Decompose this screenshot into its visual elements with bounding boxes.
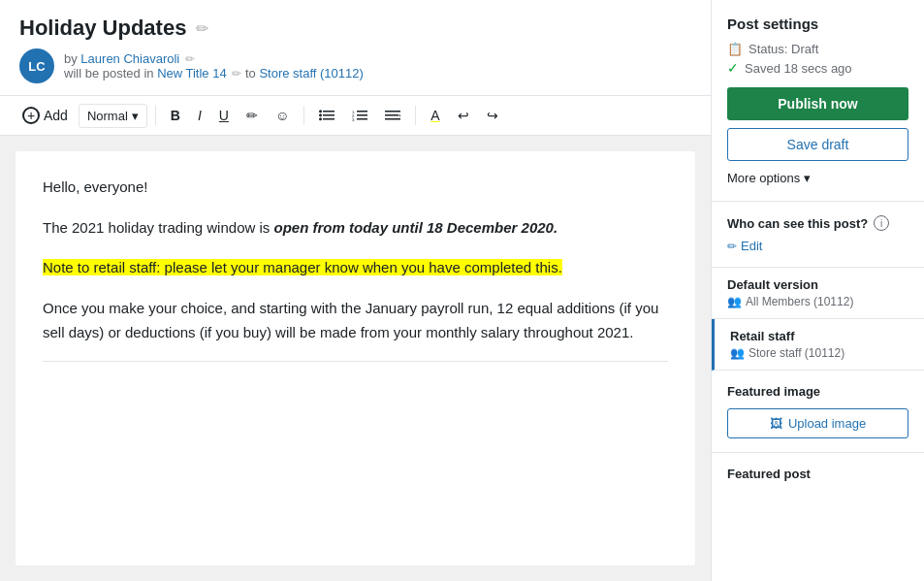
pen-button[interactable]: ✏ [239,103,265,128]
featured-image-section: Featured image 🖼 Upload image [712,371,924,453]
channel-edit-icon[interactable]: ✏ [232,67,241,81]
edit-link[interactable]: ✏ Edit [727,239,908,253]
editor-divider [43,361,668,362]
paragraph-2-prefix: The 2021 holiday trading window is [43,219,273,236]
plus-icon: + [22,107,40,124]
redo-button[interactable]: ↪ [480,103,505,128]
toolbar-divider-2 [303,106,304,125]
featured-post-title: Featured post [727,467,908,481]
toolbar-divider-3 [415,106,416,125]
chevron-down-icon: ▾ [132,109,139,123]
by-label: by [64,51,78,66]
emoji-button[interactable]: ☺ [269,103,296,128]
paragraph-2-bold: open from today until 18 December 2020. [273,219,558,236]
retail-staff-sub: 👥 Store staff (10112) [730,346,908,360]
author-edit-icon[interactable]: ✏ [185,52,195,66]
format-select[interactable]: Normal ▾ [79,104,147,128]
underline-button[interactable]: U [212,103,236,128]
more-options-label: More options [727,171,800,185]
check-icon: ✓ [727,60,739,76]
paragraph-2: The 2021 holiday trading window is open … [43,215,668,241]
upload-image-label: Upload image [788,416,866,431]
status-label: Status: Draft [749,42,818,56]
upload-icon: 🖼 [770,416,782,431]
svg-rect-2 [323,118,335,120]
draft-icon: 📋 [727,42,743,56]
svg-rect-12 [385,111,400,113]
retail-staff-label: Retail staff [730,329,908,343]
ordered-list-button[interactable]: 1. 2. 3. [345,105,374,126]
svg-rect-1 [323,114,335,116]
post-title: Holiday Updates [19,16,186,41]
svg-rect-0 [323,111,335,113]
toolbar-divider-1 [155,106,156,125]
default-version-label: Default version [727,277,908,292]
title-row: Holiday Updates ✏ [19,16,691,41]
editor-toolbar: + Add Normal ▾ B I U ✏ ☺ [0,96,711,136]
featured-image-title: Featured image [727,384,908,399]
svg-rect-14 [385,118,400,120]
audience-name[interactable]: Store staff (10112) [259,66,363,81]
default-version-sub: 👥 All Members (10112) [727,295,908,308]
default-version-block: Default version 👥 All Members (10112) [712,268,924,319]
svg-rect-7 [357,114,367,116]
people-icon-retail: 👥 [730,346,745,360]
format-label: Normal [87,109,128,123]
add-button[interactable]: + Add [16,102,75,129]
who-title: Who can see this post? [727,216,868,231]
who-title-row: Who can see this post? i [727,215,908,231]
editor-content[interactable]: Hello, everyone! The 2021 holiday tradin… [16,151,695,565]
svg-point-5 [319,117,322,120]
svg-point-3 [319,110,322,113]
undo-button[interactable]: ↩ [451,103,476,128]
highlight-button[interactable]: A [424,103,446,128]
paragraph-4: Once you make your choice, and starting … [43,296,668,345]
bold-button[interactable]: B [164,103,187,128]
featured-post-section: Featured post [712,453,924,495]
people-icon: 👥 [727,295,742,308]
channel-name[interactable]: New Title 14 [157,66,227,81]
sidebar: Post settings 📋 Status: Draft ✓ Saved 18… [711,0,924,581]
svg-point-4 [319,113,322,116]
unordered-list-button[interactable] [312,105,341,126]
svg-rect-8 [357,118,367,120]
italic-button[interactable]: I [191,103,208,128]
edit-label: Edit [741,239,762,253]
svg-rect-6 [357,111,367,113]
saved-label: Saved 18 secs ago [745,61,852,76]
who-can-see-section: Who can see this post? i ✏ Edit [712,202,924,268]
status-row: 📋 Status: Draft [727,42,908,56]
to-label: to [245,66,256,81]
paragraph-3: Note to retail staff: please let your ma… [43,255,668,280]
title-edit-icon[interactable]: ✏ [196,19,208,38]
author-info: by Lauren Chiavaroli ✏ will be posted in… [64,51,364,81]
svg-marker-15 [398,115,400,117]
svg-rect-13 [385,114,398,116]
saved-row: ✓ Saved 18 secs ago [727,60,908,76]
title-bar: Holiday Updates ✏ LC by Lauren Chiavarol… [0,0,711,96]
chevron-down-icon: ▾ [804,171,811,185]
paragraph-3-highlight: Note to retail staff: please let your ma… [43,259,562,275]
author-name[interactable]: Lauren Chiavaroli [80,51,179,66]
post-settings-title: Post settings [727,16,908,32]
info-icon[interactable]: i [874,215,889,231]
more-options-row[interactable]: More options ▾ [727,171,908,185]
edit-pen-icon: ✏ [727,240,737,253]
save-draft-button[interactable]: Save draft [727,128,908,161]
upload-image-button[interactable]: 🖼 Upload image [727,408,908,438]
post-settings-section: Post settings 📋 Status: Draft ✓ Saved 18… [712,0,924,202]
default-version-value: All Members (10112) [746,295,853,308]
avatar: LC [19,48,54,83]
publish-button[interactable]: Publish now [727,87,908,120]
author-row: LC by Lauren Chiavaroli ✏ will be posted… [19,48,691,83]
paragraph-1: Hello, everyone! [43,175,668,200]
svg-text:3.: 3. [352,117,355,122]
align-button[interactable] [378,105,407,126]
retail-staff-block: Retail staff 👥 Store staff (10112) [712,319,924,371]
add-label: Add [44,108,68,123]
post-in-label: will be posted in [64,66,154,81]
retail-staff-value: Store staff (10112) [749,346,844,360]
